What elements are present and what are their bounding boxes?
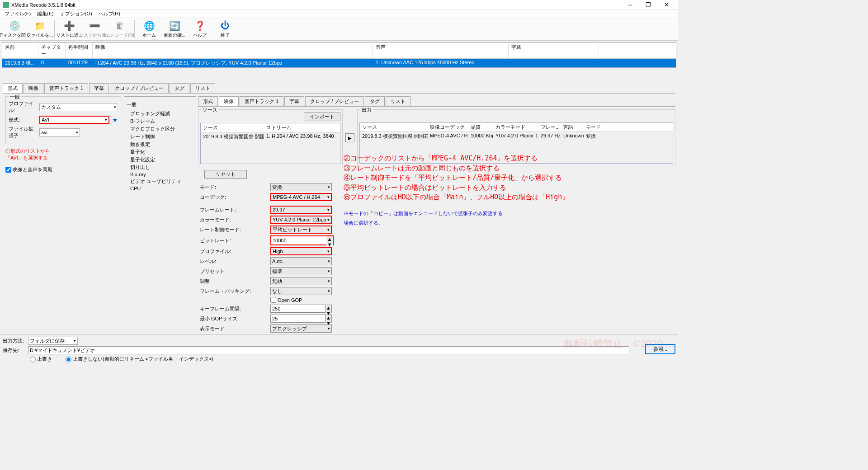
tab-tag[interactable]: タグ xyxy=(170,83,189,93)
output-row[interactable]: 2019.8.3 横須賀開国祭 開国花火... H.264 / AVC 23.9… xyxy=(360,132,673,141)
no-overwrite-radio[interactable]: 上書きしない(自動的にリネーム <ファイル名 + インデックス>) xyxy=(66,356,213,362)
tab-subtitle[interactable]: 字幕 xyxy=(89,83,109,93)
tab-format-2[interactable]: 形式 xyxy=(198,96,218,106)
tree-fieldset: 一般 ブロッキング軽減 B-フレーム マクロブロック区分 レート制御 動き推定 … xyxy=(124,99,196,194)
inner-tabs-1 xyxy=(124,96,196,97)
displaymode-select[interactable]: プログレッシブ▾ xyxy=(270,324,332,333)
window-title: XMedia Recode 3.5.1.8 64bit xyxy=(11,2,621,8)
power-icon: ⏻ xyxy=(220,20,231,31)
toolbar: 💿ディスクを開く 📁ファイルを... ➕リストに追... ➖リストから除... … xyxy=(0,18,678,41)
preset-select[interactable]: 標準▾ xyxy=(270,267,332,275)
output-method-select[interactable]: フォルダに保存▾ xyxy=(28,337,78,345)
tab-list-2[interactable]: リスト xyxy=(386,96,410,106)
table-row[interactable]: 2019.8.3 横... 0 00:31:29 H.264 / AVC 23.… xyxy=(2,59,676,67)
close-button[interactable]: ✕ xyxy=(657,0,675,9)
encode-button[interactable]: 🗑エンコード(N) xyxy=(107,19,132,40)
ratecontrol-select[interactable]: 平均ビットレート▾ xyxy=(270,226,332,234)
file-table: 名前 チャプター 再生時間 映像 音声 字幕 2019.8.3 横... 0 0… xyxy=(2,42,676,68)
tree-item[interactable]: 量子化設定 xyxy=(130,156,190,164)
tree-item[interactable]: 動き推定 xyxy=(130,141,190,148)
dest-input[interactable] xyxy=(28,346,629,354)
minimize-button[interactable]: ─ xyxy=(621,0,639,9)
tab-crop-2[interactable]: クロップ / プレビュー xyxy=(305,96,364,106)
menu-edit[interactable]: 編集(E) xyxy=(34,10,57,17)
add-list-button[interactable]: ➕リストに追... xyxy=(57,19,82,40)
profile-select-2[interactable]: High▾ xyxy=(270,247,332,255)
tab-list[interactable]: リスト xyxy=(190,83,215,93)
menu-file[interactable]: ファイル(F) xyxy=(2,10,33,17)
open-file-button[interactable]: 📁ファイルを... xyxy=(27,19,52,40)
import-button[interactable]: インポート xyxy=(304,113,340,121)
star-icon[interactable]: ★ xyxy=(112,116,118,123)
help-button[interactable]: ❓ヘルプ xyxy=(187,19,212,40)
mode-select[interactable]: 変換▾ xyxy=(270,183,332,191)
help-icon: ❓ xyxy=(194,20,205,31)
tree-item[interactable]: 切り出し xyxy=(130,164,190,171)
tree-item[interactable]: Blu-ray xyxy=(130,171,190,178)
home-button[interactable]: 🌐ホーム xyxy=(137,19,162,40)
update-button[interactable]: 🔄更新の確... xyxy=(162,19,187,40)
opengop-checkbox[interactable]: Open GOP xyxy=(200,297,675,303)
source-box: ソース インポート ソースストリーム 2019.8.3 横須賀開国祭 開国花..… xyxy=(198,109,343,166)
tab-video[interactable]: 映像 xyxy=(24,83,43,93)
plus-icon: ➕ xyxy=(64,20,75,31)
open-disc-button[interactable]: 💿ディスクを開く xyxy=(2,19,27,40)
app-icon xyxy=(3,2,9,8)
overwrite-radio[interactable]: 上書き xyxy=(30,356,52,362)
globe-icon: 🌐 xyxy=(144,20,155,31)
tree-item[interactable]: レート制御 xyxy=(130,133,190,141)
tab-video-2[interactable]: 映像 xyxy=(219,96,239,106)
maximize-button[interactable]: ❐ xyxy=(639,0,657,9)
tab-audio-2[interactable]: 音声トラック 1 xyxy=(240,96,283,106)
menu-options[interactable]: オプション(O) xyxy=(57,10,95,17)
tab-crop[interactable]: クロップ / プレビュー xyxy=(110,83,169,93)
table-header: 名前 チャプター 再生時間 映像 音声 字幕 xyxy=(2,43,676,59)
general-fieldset: 一般 プロファイル:カスタム▾ 形式:AVI▾★ ファイル拡張子:avi▾ xyxy=(5,96,121,144)
remove-list-button[interactable]: ➖リストから除... xyxy=(82,19,107,40)
refresh-icon: 🔄 xyxy=(169,20,180,31)
tree-item[interactable]: B-フレーム xyxy=(130,118,190,125)
tab-tag-2[interactable]: タグ xyxy=(365,96,385,106)
codec-select[interactable]: MPEG-4 AVC / H.264▾ xyxy=(270,193,332,201)
profile-select[interactable]: カスタム▾ xyxy=(39,103,118,111)
tree-item[interactable]: ビデオ ユーザビリティ xyxy=(130,178,190,185)
minus-icon: ➖ xyxy=(89,20,100,31)
annotation-1: ①形式のリストから「AVI」を選択する xyxy=(5,148,121,162)
tune-select[interactable]: 無効▾ xyxy=(270,277,332,285)
annotations-right: ②コーデックのリストから「MPEG-4 AVC/H.264」を選択する ③フレー… xyxy=(344,154,569,228)
arrow-button[interactable]: ▶ xyxy=(345,133,354,142)
bitrate-input[interactable]: 10000▲▼ xyxy=(270,235,334,245)
tab-format[interactable]: 形式 xyxy=(3,83,23,93)
watermark: 無断転載禁止 ©2020 ... xyxy=(563,337,674,351)
tree-item[interactable]: マクロブロック区分 xyxy=(130,125,190,133)
level-select[interactable]: Auto.▾ xyxy=(270,257,332,265)
trash-icon: 🗑 xyxy=(114,20,125,31)
tree-item[interactable]: CPU xyxy=(130,185,190,192)
framerate-select[interactable]: 29.97▾ xyxy=(270,206,332,214)
format-select[interactable]: AVI▾ xyxy=(39,116,109,124)
inner-tabs-2: 形式 映像 音声トラック 1 字幕 クロップ / プレビュー タグ リスト xyxy=(198,96,675,107)
framepacking-select[interactable]: なし▾ xyxy=(270,287,332,295)
tree-item[interactable]: ブロッキング軽減 xyxy=(130,110,190,118)
tab-audio[interactable]: 音声トラック 1 xyxy=(44,83,88,93)
keyframe-input[interactable]: 250▲▼ xyxy=(270,305,332,313)
folder-icon: 📁 xyxy=(34,20,45,31)
ext-select[interactable]: avi▾ xyxy=(39,128,80,136)
titlebar: XMedia Recode 3.5.1.8 64bit ─ ❐ ✕ xyxy=(0,0,678,10)
menubar: ファイル(F) 編集(E) オプション(O) ヘルプ(H) xyxy=(0,10,678,18)
outer-tabs: 形式 映像 音声トラック 1 字幕 クロップ / プレビュー タグ リスト xyxy=(3,83,675,94)
mingop-input[interactable]: 25▲▼ xyxy=(270,315,332,323)
reset-button[interactable]: リセット xyxy=(204,170,247,179)
exit-button[interactable]: ⏻終了 xyxy=(212,19,238,40)
tree-item[interactable]: 量子化 xyxy=(130,148,190,156)
colormode-select[interactable]: YUV 4:2:0 Planar 12bpp▾ xyxy=(270,216,332,224)
sync-checkbox[interactable]: 映像と音声を同期 xyxy=(5,166,121,173)
tab-subtitle-2[interactable]: 字幕 xyxy=(284,96,304,106)
disc-icon: 💿 xyxy=(9,20,20,31)
menu-help[interactable]: ヘルプ(H) xyxy=(96,10,123,17)
source-row[interactable]: 2019.8.3 横須賀開国祭 開国花...1. H.264 / AVC 23.… xyxy=(201,132,340,141)
